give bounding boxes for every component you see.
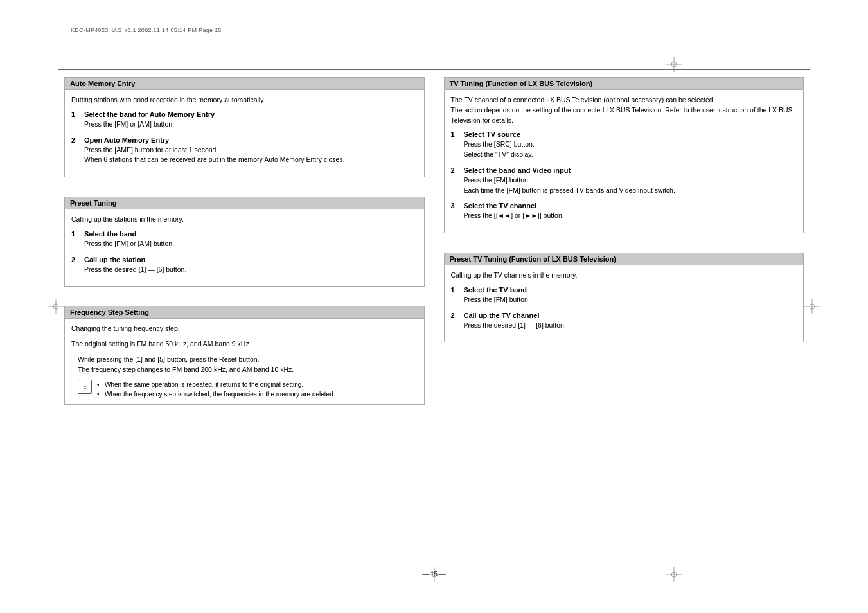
auto-memory-entry-header: Auto Memory Entry (65, 78, 424, 90)
note-block: • When the same operation is repeated, i… (78, 380, 418, 399)
header-meta: KDC-MP4023_U.S_r3.1 2002.11.14 05:14 PM … (71, 27, 222, 33)
step-2-title: Open Auto Memory Entry (84, 136, 418, 144)
step-number-1: 1 (71, 111, 80, 130)
note-text-2: When the frequency step is switched, the… (105, 389, 335, 399)
svg-point-5 (671, 572, 677, 577)
freq-intro-1: Changing the tuning frequency step. (71, 324, 418, 334)
tv-tuning-step-2: 2 Select the band and Video input Press … (451, 166, 797, 196)
right-column: TV Tuning (Function of LX BUS Television… (444, 77, 804, 562)
frequency-step-header: Frequency Step Setting (65, 306, 424, 319)
preset-tv-tuning-body: Calling up the TV channels in the memory… (445, 265, 804, 342)
tv-step-2-content: Select the band and Video input Press th… (464, 166, 797, 196)
left-column: Auto Memory Entry Putting stations with … (64, 77, 425, 562)
preset-tv-intro: Calling up the TV channels in the memory… (451, 271, 797, 281)
crosshair-top-right (666, 57, 682, 72)
tv-step-1-desc: Press the [SRC] button.Select the "TV" d… (464, 139, 797, 160)
crosshair-right-mid (804, 299, 820, 314)
auto-memory-intro: Putting stations with good reception in … (71, 95, 418, 105)
pt-step-number-1: 1 (71, 230, 80, 249)
tv-tuning-intro: The TV channel of a connected LX BUS Tel… (451, 95, 797, 125)
ptv-step-2-title: Call up the TV channel (464, 312, 797, 319)
tv-step-number-1: 1 (451, 130, 460, 160)
preset-tuning-section: Preset Tuning Calling up the stations in… (64, 197, 425, 287)
ptv-step-2-content: Call up the TV channel Press the desired… (464, 312, 797, 331)
bottom-rule (58, 569, 810, 569)
pt-step-1-title: Select the band (84, 230, 418, 238)
svg-point-8 (53, 304, 58, 309)
tv-tuning-body: The TV channel of a connected LX BUS Tel… (445, 90, 804, 233)
pt-step-2-title: Call up the station (84, 256, 418, 263)
ptv-step-number-2: 2 (451, 312, 460, 331)
pt-step-number-2: 2 (71, 256, 80, 275)
step-2-content: Open Auto Memory Entry Press the [AME] b… (84, 136, 418, 166)
note-text-1: When the same operation is repeated, it … (105, 380, 303, 389)
crosshair-bottom-right (666, 567, 682, 582)
pt-step-2-desc: Press the desired [1] — [6] button. (84, 265, 418, 275)
left-tick-top (58, 57, 58, 75)
tv-tuning-header: TV Tuning (Function of LX BUS Television… (445, 78, 804, 90)
page-number: — 15 — (422, 571, 446, 578)
step-1-content: Select the band for Auto Memory Entry Pr… (84, 111, 418, 130)
tv-step-number-3: 3 (451, 202, 460, 221)
auto-memory-step-1: 1 Select the band for Auto Memory Entry … (71, 111, 418, 130)
preset-tuning-step-2: 2 Call up the station Press the desired … (71, 256, 418, 275)
tv-step-3-title: Select the TV channel (464, 202, 797, 209)
step-1-title: Select the band for Auto Memory Entry (84, 111, 418, 118)
ptv-step-1-content: Select the TV band Press the [FM] button… (464, 286, 797, 305)
tv-step-3-desc: Press the [|◄◄] or [►►|] button. (464, 211, 797, 221)
tv-step-number-2: 2 (451, 166, 460, 196)
note-bullet-1: • (97, 380, 102, 389)
svg-point-2 (671, 62, 677, 67)
preset-tv-step-1: 1 Select the TV band Press the [FM] butt… (451, 286, 797, 305)
frequency-step-section: Frequency Step Setting Changing the tuni… (64, 306, 425, 405)
preset-tv-tuning-section: Preset TV Tuning (Function of LX BUS Tel… (444, 253, 804, 342)
freq-body-text: While pressing the [1] and [5] button, p… (78, 355, 418, 375)
ptv-step-1-desc: Press the [FM] button. (464, 295, 797, 305)
step-number-2: 2 (71, 136, 80, 166)
ptv-step-number-1: 1 (451, 286, 460, 305)
note-bullet-2: • (97, 389, 102, 399)
note-item-1: • When the same operation is repeated, i… (97, 380, 418, 389)
step-1-desc: Press the [FM] or [AM] button. (84, 120, 418, 130)
auto-memory-step-2: 2 Open Auto Memory Entry Press the [AME]… (71, 136, 418, 166)
main-content: Auto Memory Entry Putting stations with … (64, 77, 804, 562)
preset-tuning-header: Preset Tuning (65, 197, 424, 209)
frequency-step-body: Changing the tuning frequency step. The … (65, 319, 424, 404)
tv-tuning-step-3: 3 Select the TV channel Press the [|◄◄] … (451, 202, 797, 221)
pt-step-2-content: Call up the station Press the desired [1… (84, 256, 418, 275)
note-item-2: • When the frequency step is switched, t… (97, 389, 418, 399)
tv-step-3-content: Select the TV channel Press the [|◄◄] or… (464, 202, 797, 221)
page-container: KDC-MP4023_U.S_r3.1 2002.11.14 05:14 PM … (0, 0, 868, 613)
note-icon (78, 380, 92, 394)
ptv-step-2-desc: Press the desired [1] — [6] button. (464, 321, 797, 331)
crosshair-left-mid (48, 299, 64, 314)
preset-tuning-step-1: 1 Select the band Press the [FM] or [AM]… (71, 230, 418, 249)
right-tick-bottom (810, 564, 810, 582)
svg-point-11 (810, 304, 815, 309)
freq-intro-2: The original setting is FM band 50 kHz, … (71, 339, 418, 350)
left-tick-bottom (58, 564, 58, 582)
note-texts: • When the same operation is repeated, i… (97, 380, 418, 399)
freq-body-block: While pressing the [1] and [5] button, p… (78, 355, 418, 375)
tv-step-2-title: Select the band and Video input (464, 166, 797, 174)
auto-memory-entry-body: Putting stations with good reception in … (65, 90, 424, 177)
preset-tv-step-2: 2 Call up the TV channel Press the desir… (451, 312, 797, 331)
step-2-desc: Press the [AME] button for at least 1 se… (84, 145, 418, 166)
preset-tv-tuning-header: Preset TV Tuning (Function of LX BUS Tel… (445, 253, 804, 265)
tv-tuning-section: TV Tuning (Function of LX BUS Television… (444, 77, 804, 233)
tv-step-2-desc: Press the [FM] button.Each time the [FM]… (464, 175, 797, 196)
tv-step-1-content: Select TV source Press the [SRC] button.… (464, 130, 797, 160)
preset-tuning-body: Calling up the stations in the memory. 1… (65, 209, 424, 286)
preset-tuning-intro: Calling up the stations in the memory. (71, 215, 418, 225)
tv-step-1-title: Select TV source (464, 130, 797, 138)
tv-tuning-step-1: 1 Select TV source Press the [SRC] butto… (451, 130, 797, 160)
auto-memory-entry-section: Auto Memory Entry Putting stations with … (64, 77, 425, 177)
top-rule (58, 69, 810, 70)
right-tick-top (810, 57, 810, 75)
pt-step-1-content: Select the band Press the [FM] or [AM] b… (84, 230, 418, 249)
pt-step-1-desc: Press the [FM] or [AM] button. (84, 239, 418, 249)
ptv-step-1-title: Select the TV band (464, 286, 797, 294)
